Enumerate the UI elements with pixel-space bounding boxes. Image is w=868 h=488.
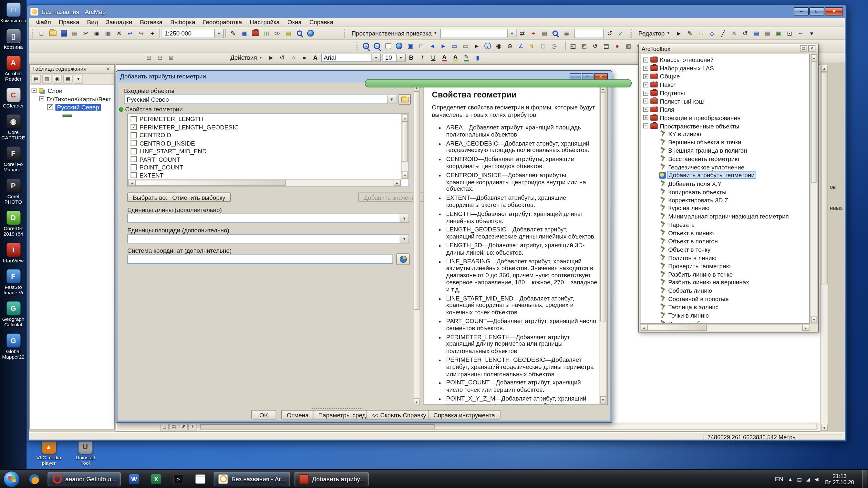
tray-hidden-icons-button[interactable]: ▲ [788,476,793,482]
georeferencing-menu-button[interactable]: Пространственная привязка ▾ [348,28,440,39]
toc-options-icon[interactable]: ▾ [73,74,83,83]
scroll-right-icon[interactable]: ► [394,180,401,186]
time-slider-icon[interactable]: ◷ [549,41,560,51]
tool-help-button[interactable]: Справка инструмента [428,410,500,419]
split-icon[interactable]: ✕ [728,28,740,39]
trace-tool-icon[interactable]: ∼ [795,28,806,39]
checkbox[interactable] [131,156,137,162]
edit-tool-icon[interactable]: ► [673,28,684,39]
collapse-icon[interactable]: − [32,88,36,93]
georef-shift-icon[interactable]: ⇄ [517,28,528,39]
arctoolbox-titlebar[interactable]: ArcToolbox □ ✕ [639,44,818,53]
cut-icon[interactable]: ✂ [81,28,91,39]
fill-color-icon[interactable]: ▮ [472,52,483,63]
start-button[interactable] [3,470,20,487]
underline-button[interactable]: U [428,52,439,63]
apply-georef-icon[interactable]: ✓ [615,28,626,39]
expand-icon[interactable]: + [643,115,648,120]
taskbar-icon-word[interactable]: W [125,471,143,486]
map-scale-combo[interactable]: 1:250 000 ▼ [162,28,224,38]
python-window-icon[interactable]: ≫ [272,28,283,39]
dropdown-arrow-icon[interactable]: ▼ [371,54,380,61]
toolbar-grip[interactable] [32,29,35,37]
update-georeferencing-icon[interactable]: ↺ [590,41,600,51]
go-to-xy-icon[interactable]: ⊕ [504,41,516,51]
checkbox[interactable] [131,124,137,130]
checkbox[interactable] [131,132,137,138]
open-icon[interactable] [47,28,58,39]
close-button[interactable]: ✕ [825,7,843,15]
geometry-property-item[interactable]: CENTROID [128,131,401,139]
taskbar-icon-browser[interactable] [26,471,43,486]
scroll-down-icon[interactable]: ▼ [811,316,817,323]
attribute-table-icon[interactable]: ▦ [239,28,250,39]
window-titlebar[interactable]: Без названия - ArcMap – □ ✕ [27,5,846,18]
draw-actions-menu-button[interactable]: Действия ▾ [226,52,266,63]
list-vertical-scrollbar[interactable]: ▲ ▼ [401,114,408,179]
guides-icon[interactable]: ⊟ [154,52,165,63]
geometry-property-item[interactable]: PERIMETER_LENGTH [128,115,401,123]
scroll-down-icon[interactable]: ▼ [414,398,420,405]
area-units-combo[interactable]: ▼ [127,234,409,243]
toolbox-tool-item[interactable]: Полигон в линию [640,254,809,262]
clock[interactable]: 21:13 Вт 27.10.20 [825,473,854,485]
language-indicator[interactable]: EN [775,476,783,482]
toolbox-tool-item[interactable]: Объект в точку [640,245,809,254]
desktop-icon-irfanview[interactable]: I IrfanView [0,243,27,263]
desktop-icon-uninstall-tool[interactable]: U Uninstall Tool [72,440,98,466]
scroll-up-icon[interactable]: ▲ [402,115,408,122]
menu-item[interactable]: Вставка [136,19,166,26]
select-by-rectangle-icon[interactable]: ▭ [449,41,460,51]
toolbox-tool-item[interactable]: Проверить геометрию [640,262,809,270]
dropdown-arrow-icon[interactable]: ▼ [507,29,516,37]
desktop-icon-faststone[interactable]: F FastSto Image Vi [0,269,27,296]
show-desktop-button[interactable] [862,469,867,488]
expand-icon[interactable]: + [643,82,648,87]
toolbox-tool-item[interactable]: Восстановить геометрию [640,155,809,163]
geometry-property-item[interactable]: CENTROID_INSIDE [128,139,401,147]
new-map-icon[interactable]: □ [36,28,47,39]
viewer-window-icon[interactable]: ◱ [567,41,578,51]
data-view-icon[interactable]: ◻ [160,423,168,430]
italic-button[interactable]: I [416,52,428,63]
toc-header[interactable]: Таблица содержания ✕ [30,65,114,73]
toolbox-tool-item[interactable]: Корректировать 3D Z [640,196,809,204]
toolbox-tool-item[interactable]: Объект в полигон [640,237,809,246]
toolbox-tool-item[interactable]: Минимальная ограничивающая геометрия [640,213,809,221]
table-options-icon[interactable]: ▤ [600,41,612,51]
desktop-icon-geographic-calculator[interactable]: G Geograph Calculat [0,301,27,328]
add-control-points-icon[interactable]: + [528,28,538,39]
desktop-icon-coreldraw[interactable]: D CorelDR 2019 (64 [0,211,27,237]
toc-list-by-visibility-icon[interactable]: ◉ [53,74,62,83]
menu-item[interactable]: Файл [32,19,55,26]
draw-point-icon[interactable]: ● [299,52,310,63]
length-units-combo[interactable]: ▼ [127,214,409,223]
font-family-combo[interactable]: Arial ▼ [321,53,381,62]
toolbar-grip[interactable] [356,42,360,50]
geometry-property-item[interactable]: POINT_COUNT [128,163,401,171]
measure-icon[interactable]: ∠ [516,41,526,51]
menu-item[interactable]: Вид [83,19,102,26]
expand-icon[interactable]: + [643,90,648,95]
menu-item[interactable]: Правка [55,19,83,26]
toolbox-tool-item[interactable]: Собрать линию [640,287,809,295]
scroll-right-icon[interactable]: ► [802,325,809,331]
add-data-icon[interactable]: + [147,28,158,39]
toc-list-by-selection-icon[interactable]: ▦ [63,74,72,83]
select-elements-icon[interactable]: ► [471,41,482,51]
menu-item[interactable]: Закладки [102,19,136,26]
highlight-color-icon[interactable]: A [450,52,461,63]
schematics-icon[interactable]: ◩ [578,41,589,51]
desktop-icon-global-mapper[interactable]: G Global Mapper22 [0,334,27,360]
draw-select-icon[interactable]: ► [266,52,276,63]
tray-volume-icon[interactable]: ◀ [814,476,818,482]
save-icon[interactable] [58,28,69,39]
zoom-to-layer-icon[interactable] [550,28,561,39]
checkbox[interactable] [131,148,137,154]
toolbox-tool-item[interactable]: Таблица в эллипс [640,303,809,312]
edit-pencil-icon[interactable]: ✎ [684,28,695,39]
toolbox-tool-item[interactable]: Копировать объекты [640,188,809,196]
toolbox-tool-item[interactable]: Вершины объекта в точки [640,138,809,147]
rotate-value-icon[interactable]: ↺ [604,28,615,39]
menu-item[interactable]: Справка [306,19,337,26]
